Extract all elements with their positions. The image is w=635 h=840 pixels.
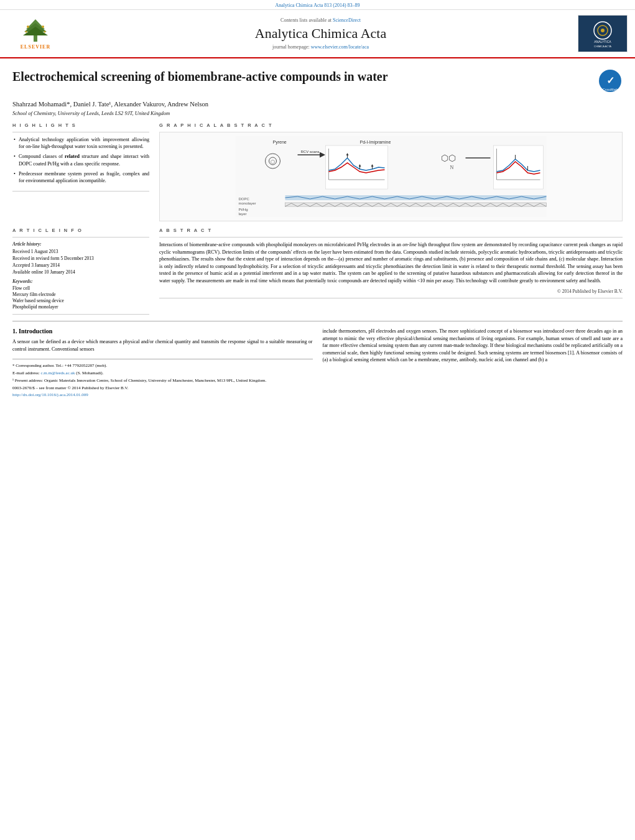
abstract-heading: A B S T R A C T (159, 228, 623, 233)
journal-url[interactable]: www.elsevier.com/locate/aca (311, 44, 369, 50)
doi-line: http://dx.doi.org/10.1016/j.aca.2014.01.… (12, 392, 313, 399)
footnote-email-link[interactable]: c.m.m@leeds.ac.uk (41, 371, 75, 376)
svg-text:Pyrene: Pyrene (273, 140, 287, 145)
keyword-2: Mercury film electrode (12, 292, 149, 297)
svg-point-7 (44, 30, 46, 32)
crossmark-logo: ✓ CrossMark (598, 68, 623, 95)
svg-point-11 (601, 29, 605, 32)
highlights-heading: H I G H L I G H T S (12, 122, 149, 128)
footnote-star: * Corresponding author. Tel.: +44 779205… (12, 363, 313, 369)
svg-text:DOPC: DOPC (239, 197, 250, 201)
footnote-1: ¹ Present address: Organic Materials Inn… (12, 378, 313, 384)
svg-text:CHIMICA ACTA: CHIMICA ACTA (594, 45, 611, 48)
svg-text:RCV scans: RCV scans (301, 150, 320, 154)
abstract-box: Interactions of biomembrane-active compo… (159, 237, 623, 298)
svg-text:layer: layer (239, 212, 247, 216)
info-abstract-row: A R T I C L E I N F O Article history: R… (12, 228, 623, 315)
journal-title: Analytica Chimica Acta (63, 25, 578, 42)
affiliation: School of Chemistry, University of Leeds… (12, 110, 623, 116)
page: Analytica Chimica Acta 813 (2014) 83–89 … (0, 0, 635, 840)
introduction-section: 1. Introduction A sensor can be defined … (12, 328, 623, 400)
keywords-label: Keywords: (12, 279, 149, 284)
footnote-area: * Corresponding author. Tel.: +44 779205… (12, 359, 313, 399)
footnote-email: E-mail address: c.m.m@leeds.ac.uk (S. Mo… (12, 371, 313, 377)
section-divider (12, 321, 623, 321)
sciencedirect-link[interactable]: ScienceDirect (333, 17, 361, 23)
doi-link[interactable]: http://dx.doi.org/10.1016/j.aca.2014.01.… (12, 392, 88, 397)
svg-point-5 (42, 25, 44, 28)
keyword-4: Phospholipid monolayer (12, 304, 149, 310)
citation-text: Analytica Chimica Acta 813 (2014) 83–89 (275, 2, 359, 8)
highlight-item-2: Compound classes of related structure an… (12, 153, 149, 167)
main-content: Electrochemical screening of biomembrane… (0, 58, 635, 407)
graphical-abstract-box: Pyrene Pd-I-Imipramine ⬡ RCV scans (159, 132, 623, 221)
analytica-logo: ANALYTICA CHIMICA ACTA (578, 15, 628, 52)
highlights-graphical-row: H I G H L I G H T S Analytical technolog… (12, 122, 623, 221)
svg-point-4 (27, 25, 29, 28)
highlights-box: Analytical technology application with i… (12, 132, 149, 192)
authors: Shahrzad Mohamadi*, Daniel J. Tate¹, Ale… (12, 101, 623, 108)
svg-rect-34 (494, 145, 544, 189)
intro-left-text: A sensor can be defined as a device whic… (12, 338, 313, 353)
article-info-heading: A R T I C L E I N F O (12, 228, 149, 233)
svg-text:⬡: ⬡ (271, 159, 275, 165)
svg-text:monolayer: monolayer (239, 201, 256, 205)
copyright-line: © 2014 Published by Elsevier B.V. (159, 288, 623, 294)
article-info-box: Article history: Received 1 August 2013 … (12, 237, 149, 315)
available-date: Available online 10 January 2014 (12, 269, 149, 275)
elsevier-label: ELSEVIER (21, 44, 50, 50)
journal-homepage: journal homepage: www.elsevier.com/locat… (63, 44, 578, 50)
highlight-item-3: Predecessor membrane system proved as fr… (12, 170, 149, 184)
article-header: Electrochemical screening of biomembrane… (12, 68, 623, 95)
analytica-logo-icon: ANALYTICA CHIMICA ACTA (581, 17, 624, 51)
elsevier-logo: ELSEVIER (7, 15, 63, 52)
intro-title: 1. Introduction (12, 328, 313, 335)
elsevier-tree-icon (17, 18, 54, 43)
abstract-text: Interactions of biomembrane-active compo… (159, 241, 623, 285)
graphical-abstract-column: G R A P H I C A L A B S T R A C T Pyrene… (159, 122, 623, 221)
highlights-column: H I G H L I G H T S Analytical technolog… (12, 122, 149, 221)
highlight-item-1: Analytical technology application with i… (12, 136, 149, 150)
intro-left-column: 1. Introduction A sensor can be defined … (12, 328, 313, 400)
svg-text:ANALYTICA: ANALYTICA (594, 40, 611, 44)
svg-text:⬡⬡: ⬡⬡ (441, 154, 456, 163)
article-title: Electrochemical screening of biomembrane… (12, 68, 585, 85)
svg-text:N: N (450, 165, 454, 170)
intro-right-column: include thermometers, pH electrodes and … (323, 328, 623, 400)
graphical-abstract-heading: G R A P H I C A L A B S T R A C T (159, 122, 623, 128)
svg-text:CrossMark: CrossMark (603, 88, 618, 91)
revised-date: Received in revised form 5 December 2013 (12, 256, 149, 261)
contents-line: Contents lists available at ScienceDirec… (63, 17, 578, 23)
article-info-column: A R T I C L E I N F O Article history: R… (12, 228, 149, 315)
received-date: Received 1 August 2013 (12, 249, 149, 254)
abstract-column: A B S T R A C T Interactions of biomembr… (159, 228, 623, 315)
history-label: Article history: (12, 241, 149, 247)
journal-header: ELSEVIER Contents lists available at Sci… (0, 10, 635, 58)
keyword-3: Wafer based sensing device (12, 298, 149, 303)
citation-bar: Analytica Chimica Acta 813 (2014) 83–89 (0, 0, 635, 10)
intro-right-text: include thermometers, pH electrodes and … (323, 328, 623, 364)
journal-center: Contents lists available at ScienceDirec… (63, 17, 578, 50)
graphical-abstract-image: Pyrene Pd-I-Imipramine ⬡ RCV scans (164, 136, 618, 217)
accepted-date: Accepted 3 January 2014 (12, 262, 149, 268)
svg-rect-0 (34, 35, 37, 42)
svg-text:Pt/Hg: Pt/Hg (239, 208, 248, 211)
svg-point-6 (25, 30, 27, 32)
keyword-1: Flow cell (12, 285, 149, 291)
svg-text:✓: ✓ (606, 75, 614, 86)
issn-line: 0003-2670/$ – see front matter © 2014 Pu… (12, 385, 313, 392)
svg-text:Pd-I-Imipramine: Pd-I-Imipramine (360, 140, 391, 145)
